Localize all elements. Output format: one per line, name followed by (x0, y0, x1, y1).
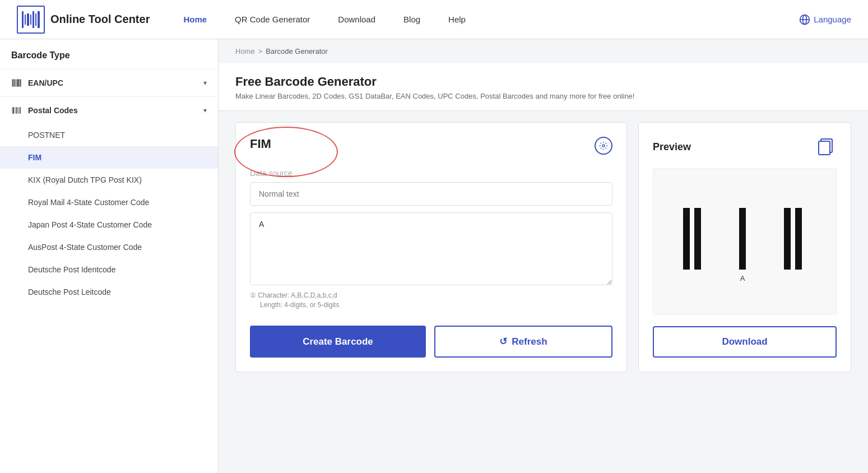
svg-rect-21 (739, 208, 746, 270)
hint-text: ① Character: A,B,C,D,a,b,c,d Length: 4-d… (250, 291, 612, 309)
page-header: Free Barcode Generator Make Linear Barco… (219, 63, 868, 111)
ean-chevron: ▾ (203, 79, 207, 87)
japan-post-label: Japan Post 4-State Customer Code (28, 220, 152, 229)
hint-length: Length: 4-digits, or 5-digits (250, 301, 612, 309)
svg-rect-14 (18, 107, 19, 114)
refresh-label: Refresh (512, 336, 547, 347)
refresh-button[interactable]: ↺ Refresh (434, 326, 612, 358)
sidebar-item-royal-mail[interactable]: Royal Mail 4-State Customer Code (0, 191, 218, 214)
ean-icon (11, 77, 22, 89)
page-subtitle: Make Linear Barcodes, 2D Codes, GS1 Data… (235, 92, 851, 100)
svg-text:A: A (740, 274, 745, 282)
nav-download[interactable]: Download (338, 15, 375, 24)
data-source-input[interactable] (250, 182, 612, 206)
preview-panel: Preview (638, 122, 851, 372)
svg-rect-15 (20, 107, 21, 114)
preview-title: Preview (653, 141, 691, 153)
header: Online Tool Center Home QR Code Generato… (0, 0, 868, 39)
svg-rect-4 (13, 79, 14, 86)
logo-icon (17, 6, 45, 34)
svg-rect-9 (20, 79, 21, 86)
svg-rect-13 (16, 107, 17, 114)
breadcrumb-separator: > (258, 47, 263, 55)
settings-svg (599, 141, 608, 150)
deutsche-leitcode-label: Deutsche Post Leitcode (28, 287, 111, 296)
svg-rect-23 (795, 208, 802, 270)
copy-icon-wrapper[interactable] (816, 137, 837, 157)
copy-icon (816, 137, 837, 157)
main-content: FIM Data source A ① Character: A,B,C,D,a… (219, 111, 868, 383)
barcode-type-name: FIM (250, 137, 271, 151)
nav-home[interactable]: Home (183, 15, 207, 24)
sidebar-item-kix[interactable]: KIX (Royal Dutch TPG Post KIX) (0, 169, 218, 191)
sidebar-item-postnet[interactable]: POSTNET (0, 124, 218, 146)
refresh-icon: ↺ (499, 336, 507, 347)
svg-rect-8 (19, 79, 20, 86)
breadcrumb-current: Barcode Generator (266, 47, 328, 55)
ean-upc-label: EAN/UPC (28, 78, 63, 87)
svg-rect-3 (12, 79, 13, 86)
nav-qr-code[interactable]: QR Code Generator (235, 15, 310, 24)
svg-rect-7 (17, 79, 19, 86)
sidebar-item-auspost[interactable]: AusPost 4-State Customer Code (0, 236, 218, 258)
preview-header: Preview (653, 137, 837, 157)
barcode-type-container: FIM (250, 137, 271, 151)
breadcrumb: Home > Barcode Generator (219, 39, 868, 63)
postal-icon (11, 105, 22, 116)
globe-icon (799, 14, 810, 25)
svg-rect-22 (784, 208, 791, 270)
sidebar-item-deutsche-leitcode[interactable]: Deutsche Post Leitcode (0, 281, 218, 303)
download-button[interactable]: Download (653, 326, 837, 358)
nav-help[interactable]: Help (448, 15, 466, 24)
deutsche-identcode-label: Deutsche Post Identcode (28, 265, 115, 274)
breadcrumb-home[interactable]: Home (235, 47, 255, 55)
button-row: Create Barcode ↺ Refresh (250, 326, 612, 358)
hint-character: ① Character: A,B,C,D,a,b,c,d (250, 291, 612, 299)
barcode-preview: A (653, 168, 837, 315)
language-selector[interactable]: Language (799, 14, 851, 25)
auspost-label: AusPost 4-State Customer Code (28, 243, 142, 252)
svg-rect-10 (12, 107, 13, 114)
fim-barcode-svg: A (666, 197, 823, 286)
sidebar-item-fim[interactable]: FIM (0, 146, 218, 169)
content-area: Home > Barcode Generator Free Barcode Ge… (219, 39, 868, 473)
svg-rect-19 (683, 208, 690, 270)
kix-label: KIX (Royal Dutch TPG Post KIX) (28, 175, 142, 184)
svg-point-16 (602, 145, 605, 147)
language-label: Language (814, 15, 851, 24)
svg-rect-11 (13, 107, 14, 114)
page-title: Free Barcode Generator (235, 75, 851, 89)
logo-text: Online Tool Center (50, 13, 150, 26)
sidebar-item-deutsche-identcode[interactable]: Deutsche Post Identcode (0, 258, 218, 281)
main-layout: Barcode Type EAN/UPC ▾ Post (0, 39, 868, 473)
sidebar-category-ean-upc[interactable]: EAN/UPC ▾ (0, 69, 218, 96)
create-barcode-button[interactable]: Create Barcode (250, 326, 426, 358)
fim-label: FIM (28, 153, 41, 162)
logo[interactable]: Online Tool Center (17, 6, 150, 34)
form-panel: FIM Data source A ① Character: A,B,C,D,a… (235, 122, 627, 372)
barcode-type-row: FIM (250, 137, 612, 155)
royal-mail-label: Royal Mail 4-State Customer Code (28, 198, 149, 207)
main-nav: Home QR Code Generator Download Blog Hel… (183, 15, 799, 24)
settings-icon[interactable] (595, 137, 612, 155)
svg-rect-20 (694, 208, 701, 270)
sidebar-title: Barcode Type (0, 50, 218, 69)
barcode-value-textarea[interactable]: A (250, 212, 612, 285)
sidebar-category-postal[interactable]: Postal Codes ▾ (0, 96, 218, 124)
sidebar-item-japan-post[interactable]: Japan Post 4-State Customer Code (0, 214, 218, 236)
data-source-label: Data source (250, 169, 612, 178)
nav-blog[interactable]: Blog (403, 15, 420, 24)
sidebar: Barcode Type EAN/UPC ▾ Post (0, 39, 219, 473)
postal-chevron: ▾ (203, 106, 207, 114)
svg-rect-5 (15, 79, 16, 86)
svg-rect-6 (16, 79, 17, 86)
svg-rect-12 (15, 107, 16, 114)
logo-barcode (22, 11, 40, 28)
svg-rect-18 (819, 141, 830, 155)
postal-codes-label: Postal Codes (28, 106, 78, 115)
postnet-label: POSTNET (28, 131, 65, 140)
